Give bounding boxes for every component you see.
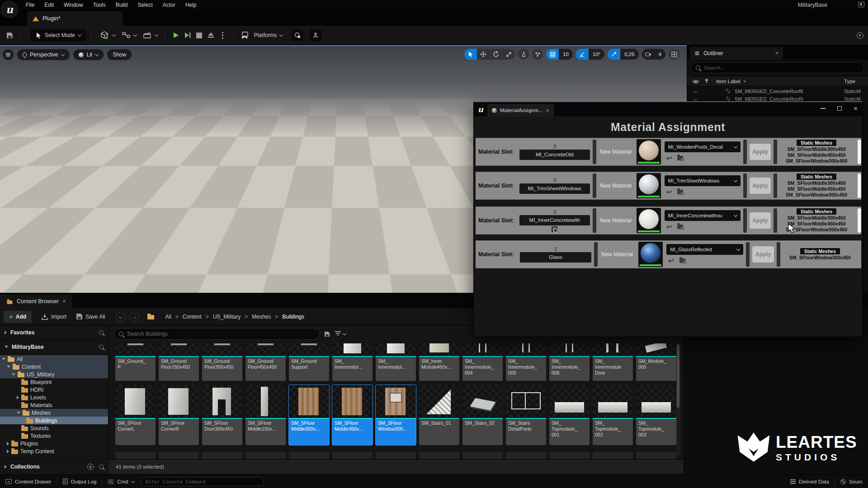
source-control-button[interactable]: Sourc [835,475,868,488]
collections-section[interactable]: Collections [0,459,108,474]
asset-tile-sm-stairs-01[interactable]: SM_Stairs_01 [419,385,459,445]
asset-tile-partial[interactable] [289,452,329,459]
material-slot-name-box[interactable]: MI_ConcreteOld [519,150,590,160]
save-all-button[interactable]: Save All [76,314,105,320]
asset-tile-sm-sfloor-middle300x[interactable]: SM_SFloor Middle300x... [289,385,329,445]
asset-tile-sm-sfloor-cornerl[interactable]: SM_SFloor CornerL [115,385,156,445]
window-layout-icon[interactable] [858,2,864,7]
asset-tile-partial[interactable] [115,452,156,459]
material-slot-name-box[interactable]: MI_TrimSheetWindows [519,183,590,194]
viewport-mode-show[interactable]: Show [107,49,132,60]
apply-button[interactable]: Apply [750,144,771,160]
eject-button[interactable] [205,29,217,41]
material-dropdown[interactable]: MI_GlassReflected [666,244,743,255]
asset-tile-partial[interactable] [636,452,676,459]
use-selected-icon[interactable] [666,223,672,230]
visibility-column-icon[interactable] [693,80,699,84]
material-assignment-window[interactable]: u MaterialAssignm... × Material Assignme… [473,101,863,337]
asset-tile-sm-topmodule-003[interactable]: SM_ Topmodule_ 003 [636,385,676,445]
asset-tile-partial[interactable] [245,452,286,459]
save-search-icon[interactable] [325,331,330,336]
camera-speed-value[interactable]: 4 [655,49,665,60]
menu-file[interactable]: File [21,0,39,9]
skip-frame-button[interactable] [182,29,193,41]
asset-tile-partial[interactable] [549,452,590,459]
tree-item-hdri[interactable]: HDRI [0,386,108,394]
copy-icon[interactable] [552,226,557,232]
apply-button[interactable]: Apply [750,212,771,229]
scale-snap-value[interactable]: 0,25 [620,49,638,60]
scale-snap-control[interactable]: 0,25 [608,49,638,60]
material-thumbnail[interactable] [638,242,663,267]
cinematics-button[interactable] [143,31,158,39]
grid-snap-control[interactable]: 10 [546,49,573,60]
close-icon[interactable] [62,298,66,305]
asset-tile-sm-ground-p[interactable]: SM_Ground_ P [115,343,156,381]
breadcrumb-content[interactable]: Content [183,314,202,320]
tree-item-us-military[interactable]: US_Military [0,371,108,378]
use-selected-icon[interactable] [668,257,674,264]
asset-tile-sm-sfloor-middle450x[interactable]: SM_SFloor Middle450x... [332,385,373,445]
play-options-button[interactable] [217,29,229,41]
asset-grid-scrollbar[interactable] [676,343,680,456]
add-actor-button[interactable]: + [99,30,115,40]
material-slot-name-box[interactable]: Glass [520,252,591,263]
breadcrumb-buildings[interactable]: Buildings [282,314,304,320]
stop-button[interactable] [193,29,205,41]
eye-closed-icon[interactable] [693,98,698,100]
actor-snap-button[interactable] [532,49,543,60]
camera-speed-control[interactable]: 4 [642,49,665,60]
tree-item-all[interactable]: All [0,355,108,363]
play-button[interactable] [170,29,182,41]
cmd-dropdown[interactable]: Cmd [102,475,139,488]
maximize-icon[interactable] [837,106,842,111]
asset-tile-sm-sfloor-door300x450[interactable]: SM_SFloor Door300x450 [202,385,242,445]
expand-icon[interactable] [17,396,19,399]
asset-tile-partial[interactable] [593,452,633,459]
breadcrumb-meshes[interactable]: Meshes [252,314,271,320]
rotation-snap-control[interactable]: 10° [576,49,604,60]
settings-icon[interactable] [857,32,863,39]
close-icon[interactable] [546,108,550,113]
close-icon[interactable] [775,50,778,56]
tree-item-textures[interactable]: Textures [0,432,108,440]
filter-button[interactable] [335,331,346,337]
collapse-icon[interactable] [2,358,5,360]
output-log-button[interactable]: Output Log [57,475,102,488]
menu-build[interactable]: Build [111,0,133,9]
blueprints-button[interactable] [122,31,137,39]
add-collection-icon[interactable] [87,464,94,470]
tree-item-blueprint[interactable]: Blueprint [0,378,108,386]
collapse-icon[interactable] [12,373,15,375]
menu-window[interactable]: Window [59,0,88,9]
import-button[interactable]: Import [42,314,66,320]
asset-tile-partial[interactable] [159,452,199,459]
asset-tile-sm-sfloor-cornerr[interactable]: SM_SFloor CornerR [159,385,199,445]
tab-material-assignment[interactable]: MaterialAssignm... [487,104,554,117]
browse-to-asset-icon[interactable] [677,190,683,194]
viewport-mode-lit[interactable]: Lit [73,49,104,60]
search-icon[interactable] [99,330,104,335]
material-thumbnail[interactable] [637,173,661,198]
expand-icon[interactable] [5,465,7,469]
move-tool-button[interactable] [477,49,490,60]
menu-select[interactable]: Select [132,0,157,9]
use-selected-icon[interactable] [666,155,672,162]
asset-tile-sm-innermodul[interactable]: SM_ Innermodul... [332,343,373,381]
close-window-icon[interactable]: × [854,105,858,112]
asset-tile-partial[interactable] [419,452,459,459]
asset-tile-sm-innermodule-005[interactable]: SM_ Innermodule_ 005 [506,343,546,381]
material-window-tab-bar[interactable]: u MaterialAssignm... × [474,102,862,117]
material-thumbnail[interactable] [637,139,661,164]
back-button[interactable] [116,312,126,322]
tree-item-plugins[interactable]: Plugins [0,440,108,447]
expand-icon[interactable] [7,450,9,453]
select-tool-button[interactable] [464,49,477,60]
menu-tools[interactable]: Tools [88,0,111,9]
collapse-icon[interactable] [5,346,8,348]
outliner-row[interactable]: SM_MERGED_ConcreteRoof8StaticM [687,87,868,95]
eye-closed-icon[interactable] [693,90,698,93]
rotation-snap-value[interactable]: 10° [589,49,604,60]
tree-item-content[interactable]: Content [0,363,108,371]
asset-tile-sm-ground-floor450x450[interactable]: SM_Ground Floor450x450 [245,343,286,381]
